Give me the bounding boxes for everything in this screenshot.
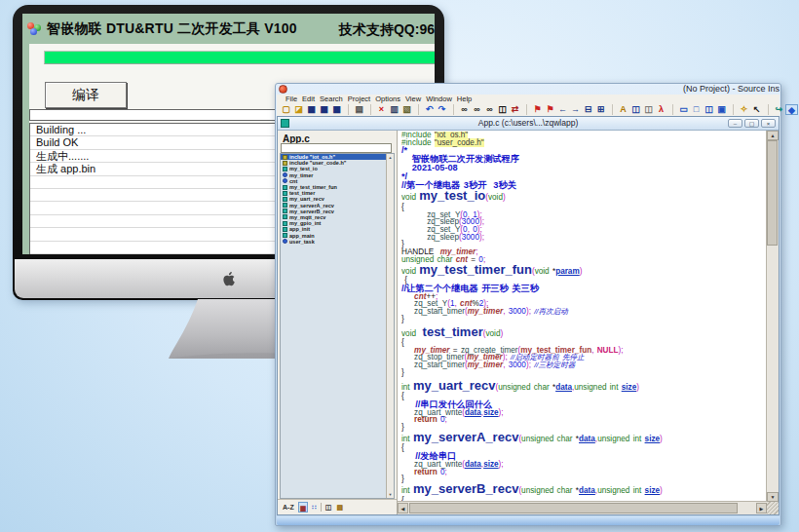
code-horizontal-scrollbar[interactable]: ◀ ▶ [398,501,767,514]
toolbar-find-next-icon[interactable]: ∞ [471,104,483,115]
toolbar-separator [521,104,527,115]
document-minimize-button[interactable]: – [728,119,742,128]
toolbar-redo-icon[interactable]: ↷ [436,104,448,115]
panel-properties-icon[interactable]: ▤ [335,502,344,513]
menu-search[interactable]: Search [320,95,343,103]
symbol-search-input[interactable] [281,143,392,153]
panel-group-by-type-icon[interactable]: ▦ [298,502,309,513]
code-token-pl: } [401,315,404,323]
si-titlebar[interactable]: (No Project) - Source Ins [275,83,781,95]
toolbar-save-all-icon[interactable]: ▦ [318,104,330,115]
toolbar-go-forward-icon[interactable]: → [569,104,582,115]
symbol-label: my_serverB_recv [289,209,334,214]
toolbar-window-full-icon[interactable]: □ [690,104,703,115]
toolbar-browse-files-icon[interactable]: ◫ [642,104,655,115]
panel-sort-alpha-icon[interactable]: A-Z [282,502,295,513]
symbol-panel-footer: A-Z▦∷◫▤ [278,499,397,514]
symbol-label: app_main [289,233,315,239]
code-token-pun: ) [660,486,663,495]
toolbar-window-cascade-icon[interactable]: ▣ [715,104,728,115]
toolbar-find-icon[interactable]: ∞ [458,104,471,115]
menu-view[interactable]: View [405,95,421,103]
menu-help[interactable]: Help [457,95,472,103]
code-vertical-scrollbar[interactable]: ▲ ▼ [766,131,779,502]
toolbar-symbol-window-toggle-icon[interactable]: ◆ [785,104,798,115]
code-token-pun: ); [526,361,534,369]
toolbar-window-split-icon[interactable]: ◫ [703,104,715,115]
toolbar-find-previous-icon[interactable]: ∞ [483,104,496,115]
scroll-right-arrow[interactable]: ▶ [756,503,767,513]
code-token-par: param [555,267,580,276]
menu-window[interactable]: Window [426,95,452,103]
toolbar-bookmark-icon[interactable]: ⚑ [531,104,544,115]
code-token-fn: my_serverA_recv [413,430,518,444]
symbol-label: my_uart_recv [289,196,324,202]
toolbar-find-in-files-icon[interactable]: ◫ [496,104,509,115]
toolbar-save-copy-icon[interactable]: ▦ [330,104,343,115]
symbol-list[interactable]: include "iot_os.h"include "user_code.h"m… [280,153,395,499]
toolbar-key-command-icon[interactable]: ✧ [738,104,750,115]
toolbar-bookmark-list-icon[interactable]: ⚑ [544,104,556,115]
menu-options[interactable]: Options [375,95,400,103]
symbol-label: my_test_io [289,166,318,171]
symbol-label: my_serverA_recv [289,203,334,209]
toolbar-new-file-icon[interactable]: ▢ [280,104,292,115]
toolbar-select-tool-icon[interactable]: ↖ [750,104,763,115]
toolbar-link-window-icon[interactable]: ↪ [773,104,785,115]
symbol-item[interactable]: user_task [281,239,394,245]
code-editor[interactable]: #include "iot_os.h"#include "user_code.h… [398,131,779,514]
toolbar-separator [667,104,673,115]
code-token-fn: my_test_timer_fun [419,262,532,277]
toolbar-copy-icon[interactable]: ▥ [388,104,400,115]
resize-grip[interactable] [767,502,779,514]
document-titlebar[interactable]: App.c (c:\users\...\zqwlapp) –▢× [278,117,779,131]
toolbar-jump-in-icon[interactable]: ⊞ [594,104,607,115]
scroll-left-arrow[interactable]: ◀ [398,503,408,513]
toolbar-cut-icon[interactable]: × [375,104,388,115]
code-line: return 0; [401,416,766,424]
si-menubar: FileEditSearchProjectOptionsViewWindowHe… [277,95,780,103]
toolbar-open-file-icon[interactable]: ◪ [292,104,305,115]
symbol-label: user_task [289,239,315,245]
scroll-down-arrow[interactable]: ▼ [767,492,779,502]
builder-app-support-contact: 技术支持QQ:96 [339,21,435,39]
toolbar-window-tile-icon[interactable]: ▭ [677,104,690,115]
menu-project[interactable]: Project [348,95,370,103]
toolbar-jump-out-icon[interactable]: ⊟ [582,104,594,115]
toolbar-undo-icon[interactable]: ↶ [423,104,436,115]
menu-edit[interactable]: Edit [302,95,315,103]
code-token-kw: unsigned int [597,486,644,495]
toolbar-print-icon[interactable]: ▤ [353,104,365,115]
toolbar-browse-project-symbols-icon[interactable]: ◫ [629,104,642,115]
panel-browse-mode-icon[interactable]: ◫ [324,502,333,513]
code-token-kw: void [488,193,503,202]
symbol-label: my_gpio_int [289,220,321,226]
document-maximize-button[interactable]: ▢ [744,119,759,128]
symbol-list-scrollbar[interactable]: ▲▼ [386,154,394,498]
toolbar-run-icon[interactable]: λ [655,104,667,115]
vertical-scroll-thumb[interactable] [767,140,778,246]
fn-symbol-icon [283,227,287,232]
panel-symbol-colors-icon[interactable]: ∷ [311,502,317,513]
menu-file[interactable]: File [285,95,297,103]
horizontal-scroll-thumb[interactable] [409,503,738,513]
toolbar-go-back-icon[interactable]: ← [556,104,569,115]
scroll-up-arrow[interactable]: ▲ [767,131,779,140]
code-token-pl [401,233,427,242]
build-progress-bar [44,51,435,64]
toolbar-separator [728,104,734,115]
si-toolbar: ▢◪▦▦▦▤×▥▧↶↷∞∞∞◫⇄⚑⚑←→⊟⊞A◫◫λ▭□◫▣✧↖↪◆‹∴▣ [277,103,780,117]
symbol-label: include "user_code.h" [289,160,346,166]
document-close-button[interactable]: × [761,119,776,128]
toolbar-replace-icon[interactable]: ⇄ [509,104,521,115]
compile-button[interactable]: 编译 [45,82,127,108]
toolbar-save-icon[interactable]: ▦ [305,104,318,115]
code-token-par: data [465,460,481,469]
toolbar-paste-icon[interactable]: ▧ [400,104,413,115]
code-token-pun: ; [445,415,447,424]
code-token-kw: unsigned int [574,383,621,392]
toolbar-separator [448,104,454,115]
toolbar-separator [343,104,349,115]
toolbar-browse-symbol-icon[interactable]: A [617,104,629,115]
code-token-kw: unsigned char [498,383,552,392]
